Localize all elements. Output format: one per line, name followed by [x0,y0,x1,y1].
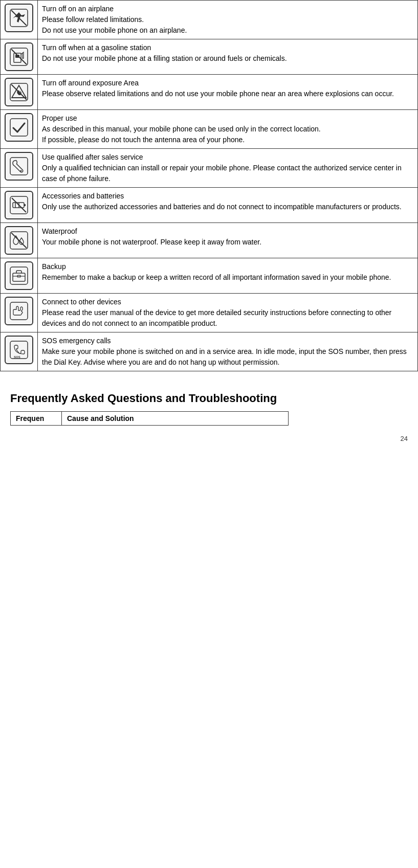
backup-icon [5,261,33,290]
icon-cell-backup [1,258,38,294]
explosion-title: Turn off around exposure Area [42,78,413,88]
table-row: SOS SOS emergency calls Make sure your m… [1,332,418,371]
table-row: Turn off when at a gasoline station Do n… [1,39,418,75]
checkmark-text-cell: Proper use As described in this manual, … [38,110,418,149]
connect-title: Connect to other devices [42,297,413,307]
gasoline-title: Turn off when at a gasoline station [42,42,413,53]
faq-section: Frequently Asked Questions and Troublesh… [0,371,418,431]
table-row: Connect to other devices Please read the… [1,294,418,332]
accessories-text: Only use the authorized accessories and … [42,202,413,212]
water-text-cell: Waterproof Your mobile phone is not wate… [38,223,418,258]
sos-title: SOS emergency calls [42,336,413,346]
wrench-text-cell: Use qualified after sales service Only a… [38,149,418,188]
backup-text-cell: Backup Remember to make a backup or keep… [38,258,418,294]
icon-cell-wrench [1,149,38,188]
table-row: Proper use As described in this manual, … [1,110,418,149]
airplane-text: Please follow related limitations. Do no… [42,14,413,36]
sos-icon: SOS [5,336,33,364]
icon-cell-connect [1,294,38,332]
icon-cell-sos: SOS [1,332,38,371]
airplane-title: Turn off on an airplane [42,4,413,14]
table-row: Waterproof Your mobile phone is not wate… [1,223,418,258]
icon-cell-airplane [1,1,38,39]
explosion-text: Please observe related limitations and d… [42,88,413,99]
icon-cell-explosion [1,75,38,110]
svg-rect-15 [24,204,26,206]
gasoline-text-cell: Turn off when at a gasoline station Do n… [38,39,418,75]
svg-point-12 [20,170,22,172]
accessories-title: Accessories and batteries [42,191,413,202]
gasoline-icon [5,42,33,71]
wrench-icon [5,152,33,181]
wrench-text: Only a qualified technician can install … [42,163,413,184]
explosion-icon [5,78,33,106]
faq-title: Frequently Asked Questions and Troublesh… [10,392,408,405]
sos-text: Make sure your mobile phone is switched … [42,346,413,368]
table-row: Accessories and batteries Only use the a… [1,188,418,223]
connect-text-cell: Connect to other devices Please read the… [38,294,418,332]
gasoline-text: Do not use your mobile phone at a fillin… [42,53,413,64]
icon-cell-water [1,223,38,258]
airplane-text-cell: Turn off on an airplane Please follow re… [38,1,418,39]
backup-text: Remember to make a backup or keep a writ… [42,272,413,283]
connect-icon [5,297,33,325]
accessories-icon [5,191,33,219]
table-row: Turn off on an airplane Please follow re… [1,1,418,39]
faq-col1: Frequen [11,412,62,426]
airplane-icon [5,4,33,32]
connect-text: Please read the user manual of the devic… [42,307,413,329]
wrench-title: Use qualified after sales service [42,152,413,163]
page-number: 24 [0,431,418,447]
icon-cell-checkmark [1,110,38,149]
sos-text-cell: SOS emergency calls Make sure your mobil… [38,332,418,371]
checkmark-title: Proper use [42,113,413,124]
faq-header-row: Frequen Cause and Solution [11,412,289,426]
accessories-text-cell: Accessories and batteries Only use the a… [38,188,418,223]
checkmark-text: As described in this manual, your mobile… [42,124,413,145]
checkmark-icon [5,113,33,142]
icon-cell-accessories [1,188,38,223]
svg-text:SOS: SOS [14,355,20,359]
faq-table: Frequen Cause and Solution [10,411,289,426]
safety-table: Turn off on an airplane Please follow re… [0,0,418,371]
explosion-text-cell: Turn off around exposure Area Please obs… [38,75,418,110]
table-row: Turn off around exposure Area Please obs… [1,75,418,110]
svg-rect-25 [10,302,28,320]
water-icon [5,226,33,255]
water-title: Waterproof [42,226,413,237]
table-row: Backup Remember to make a backup or keep… [1,258,418,294]
icon-cell-gasoline [1,39,38,75]
water-text: Your mobile phone is not waterproof. Ple… [42,237,413,248]
backup-title: Backup [42,261,413,272]
faq-col2: Cause and Solution [62,412,289,426]
table-row: Use qualified after sales service Only a… [1,149,418,188]
